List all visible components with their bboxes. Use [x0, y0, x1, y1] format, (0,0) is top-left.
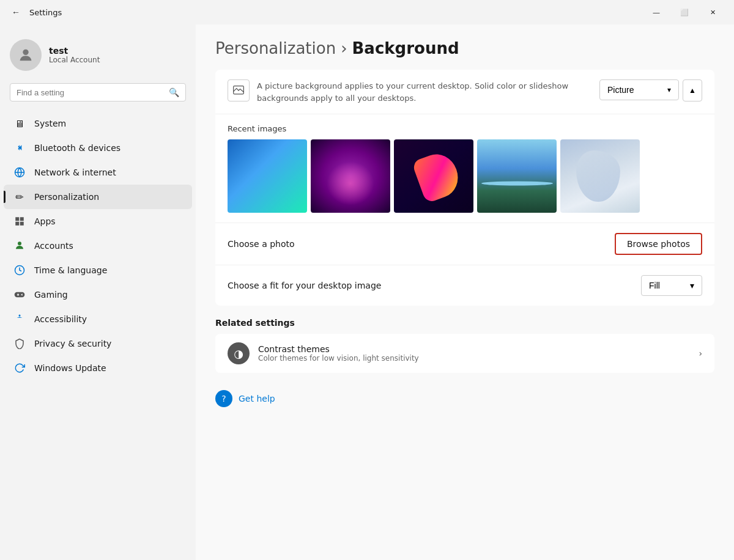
fit-dropdown[interactable]: Fill ▾	[641, 275, 702, 296]
browse-photos-button[interactable]: Browse photos	[615, 233, 702, 255]
user-name: test	[49, 46, 100, 56]
contrast-themes-icon: ◑	[228, 342, 250, 364]
sidebar-item-windows-update[interactable]: Windows Update	[4, 356, 192, 380]
collapse-button[interactable]: ▲	[683, 79, 702, 101]
wallpaper-thumbnail[interactable]	[477, 139, 557, 213]
windows-update-icon	[13, 362, 26, 374]
sidebar-item-bluetooth[interactable]: Bluetooth & devices	[4, 136, 192, 160]
breadcrumb-parent: Personalization	[215, 39, 336, 57]
gaming-icon	[13, 289, 26, 301]
sidebar: test Local Account 🔍 🖥 System Bluetooth …	[0, 24, 196, 560]
sidebar-item-time[interactable]: Time & language	[4, 258, 192, 282]
breadcrumb: Personalization › Background	[215, 39, 714, 57]
sidebar-item-label: Privacy & security	[34, 339, 111, 348]
svg-rect-2	[15, 217, 19, 221]
wallpaper-thumbnail[interactable]	[394, 139, 473, 213]
related-item-text: Contrast themes Color themes for low vis…	[258, 344, 419, 363]
personalization-icon: ✏️	[13, 191, 26, 203]
related-settings-card: ◑ Contrast themes Color themes for low v…	[215, 334, 714, 373]
background-type-row: A picture background applies to your cur…	[215, 70, 714, 114]
background-type-dropdown[interactable]: Picture ▾	[599, 79, 679, 100]
contrast-themes-subtitle: Color themes for low vision, light sensi…	[258, 354, 419, 363]
sidebar-item-accounts[interactable]: Accounts	[4, 234, 192, 258]
maximize-button[interactable]: ⬜	[670, 0, 699, 24]
avatar	[10, 39, 42, 71]
wallpaper-thumbnail[interactable]	[311, 139, 390, 213]
background-description-text: A picture background applies to your cur…	[257, 81, 568, 103]
help-icon: ?	[215, 390, 232, 407]
network-icon	[13, 166, 26, 179]
sidebar-item-accessibility[interactable]: Accessibility	[4, 307, 192, 331]
fit-label: Choose a fit for your desktop image	[228, 281, 381, 290]
content-area: Personalization › Background A picture b…	[196, 24, 734, 560]
titlebar-title: Settings	[29, 8, 62, 17]
related-settings-header: Related settings	[215, 318, 714, 328]
sidebar-item-personalization[interactable]: ✏️ Personalization	[4, 185, 192, 209]
related-settings-section: Related settings ◑ Contrast themes Color…	[215, 318, 714, 373]
apps-icon	[13, 215, 26, 227]
svg-rect-3	[20, 217, 24, 221]
svg-point-9	[19, 315, 21, 317]
fit-row: Choose a fit for your desktop image Fill…	[215, 265, 714, 306]
accounts-icon	[13, 240, 26, 252]
close-button[interactable]: ✕	[699, 0, 727, 24]
background-description: A picture background applies to your cur…	[257, 79, 590, 104]
background-settings-card: A picture background applies to your cur…	[215, 70, 714, 306]
sidebar-item-label: Bluetooth & devices	[34, 143, 120, 153]
sidebar-item-network[interactable]: Network & internet	[4, 160, 192, 185]
background-type-icon	[228, 79, 250, 101]
images-grid	[228, 139, 702, 213]
user-info: test Local Account	[49, 46, 100, 64]
sidebar-item-label: System	[34, 119, 66, 128]
window-controls: — ⬜ ✕	[642, 0, 727, 24]
sidebar-item-privacy[interactable]: Privacy & security	[4, 331, 192, 356]
sidebar-item-label: Network & internet	[34, 168, 116, 177]
get-help-link[interactable]: Get help	[239, 394, 275, 403]
contrast-themes-title: Contrast themes	[258, 344, 419, 354]
search-container: 🔍	[0, 83, 196, 111]
choose-photo-label: Choose a photo	[228, 239, 295, 249]
get-help-row: ? Get help	[215, 380, 714, 407]
recent-images-label: Recent images	[228, 124, 702, 133]
search-box: 🔍	[10, 83, 186, 101]
sidebar-item-label: Apps	[34, 216, 56, 226]
search-input[interactable]	[17, 88, 164, 97]
sidebar-item-system[interactable]: 🖥 System	[4, 111, 192, 136]
sidebar-item-label: Time & language	[34, 265, 107, 275]
search-icon: 🔍	[169, 87, 179, 97]
background-type-value: Picture	[607, 85, 634, 95]
system-icon: 🖥	[13, 117, 26, 130]
sidebar-item-label: Windows Update	[34, 363, 106, 373]
app-body: test Local Account 🔍 🖥 System Bluetooth …	[0, 24, 734, 560]
dropdown-chevron-icon: ▾	[667, 86, 671, 94]
contrast-themes-item[interactable]: ◑ Contrast themes Color themes for low v…	[215, 334, 714, 373]
page-title: Background	[352, 39, 459, 57]
fit-value: Fill	[649, 281, 660, 290]
user-profile[interactable]: test Local Account	[0, 32, 196, 83]
wallpaper-thumbnail[interactable]	[228, 139, 307, 213]
bluetooth-icon	[13, 142, 26, 154]
svg-point-6	[18, 241, 21, 245]
minimize-button[interactable]: —	[642, 0, 670, 24]
choose-photo-row: Choose a photo Browse photos	[215, 223, 714, 265]
sidebar-item-gaming[interactable]: Gaming	[4, 282, 192, 307]
chevron-up-icon: ▲	[689, 86, 696, 95]
svg-point-0	[23, 50, 28, 55]
chevron-right-icon: ›	[699, 348, 702, 358]
sidebar-item-label: Gaming	[34, 290, 68, 300]
user-account-type: Local Account	[49, 56, 100, 64]
sidebar-item-label: Personalization	[34, 192, 99, 202]
page-header: Personalization › Background	[215, 39, 714, 57]
accessibility-icon	[13, 313, 26, 325]
back-button[interactable]: ←	[7, 4, 24, 21]
privacy-icon	[13, 337, 26, 350]
svg-rect-4	[15, 222, 19, 226]
time-icon	[13, 264, 26, 276]
sidebar-item-apps[interactable]: Apps	[4, 209, 192, 234]
svg-rect-5	[20, 222, 24, 226]
wallpaper-thumbnail[interactable]	[560, 139, 640, 213]
breadcrumb-separator: ›	[341, 39, 347, 57]
sidebar-nav: 🖥 System Bluetooth & devices Network & i…	[0, 111, 196, 380]
fit-chevron-icon: ▾	[690, 281, 694, 290]
sidebar-item-label: Accounts	[34, 241, 73, 251]
